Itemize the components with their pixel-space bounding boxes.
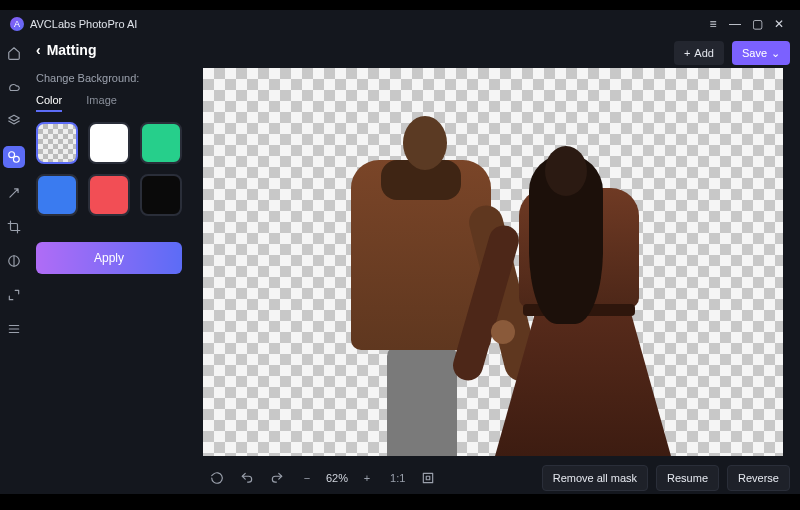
swatch-blue[interactable] bbox=[36, 174, 78, 216]
tab-image[interactable]: Image bbox=[86, 94, 117, 112]
back-icon[interactable]: ‹ bbox=[36, 42, 41, 58]
rail-settings-icon[interactable] bbox=[5, 320, 23, 338]
rail-scale-icon[interactable] bbox=[5, 286, 23, 304]
cutout-subject bbox=[313, 96, 673, 456]
svg-point-0 bbox=[9, 152, 15, 158]
subject-hands bbox=[491, 320, 515, 344]
content-topbar: + Add Save ⌄ bbox=[196, 38, 800, 68]
rail-home-icon[interactable] bbox=[5, 44, 23, 62]
svg-point-1 bbox=[13, 156, 19, 162]
save-label: Save bbox=[742, 47, 767, 59]
remove-mask-button[interactable]: Remove all mask bbox=[542, 465, 648, 491]
zoom-value: 62% bbox=[326, 472, 348, 484]
app-title: AVCLabs PhotoPro AI bbox=[30, 18, 137, 30]
swatch-black[interactable] bbox=[140, 174, 182, 216]
app-logo-icon: A bbox=[10, 17, 24, 31]
color-swatches bbox=[36, 122, 182, 216]
redo-icon[interactable] bbox=[266, 467, 288, 489]
fit-screen-icon[interactable] bbox=[417, 467, 439, 489]
undo-icon[interactable] bbox=[236, 467, 258, 489]
title-bar: A AVCLabs PhotoPro AI ≡ ― ▢ ✕ bbox=[0, 10, 800, 38]
tool-rail bbox=[0, 38, 28, 494]
ratio-button[interactable]: 1:1 bbox=[386, 467, 409, 489]
swatch-transparent[interactable] bbox=[36, 122, 78, 164]
svg-rect-6 bbox=[424, 473, 433, 482]
rail-layers-icon[interactable] bbox=[5, 112, 23, 130]
chevron-down-icon: ⌄ bbox=[771, 47, 780, 60]
subject-person-left bbox=[325, 116, 495, 456]
bg-tabs: Color Image bbox=[36, 94, 182, 112]
save-button[interactable]: Save ⌄ bbox=[732, 41, 790, 65]
main-body: ‹ Matting Change Background: Color Image… bbox=[0, 38, 800, 494]
content-area: + Add Save ⌄ bbox=[196, 38, 800, 494]
bottom-toolbar: − 62% + 1:1 Remove all mask Resume Rever… bbox=[196, 462, 800, 494]
close-icon[interactable]: ✕ bbox=[768, 13, 790, 35]
swatch-red[interactable] bbox=[88, 174, 130, 216]
rail-crop-icon[interactable] bbox=[5, 218, 23, 236]
refresh-icon[interactable] bbox=[206, 467, 228, 489]
rail-adjust-icon[interactable] bbox=[5, 252, 23, 270]
plus-icon: + bbox=[684, 47, 690, 59]
swatch-white[interactable] bbox=[88, 122, 130, 164]
tab-color[interactable]: Color bbox=[36, 94, 62, 112]
side-panel: ‹ Matting Change Background: Color Image… bbox=[28, 38, 196, 494]
resume-button[interactable]: Resume bbox=[656, 465, 719, 491]
canvas-wrap bbox=[196, 68, 800, 462]
reverse-button[interactable]: Reverse bbox=[727, 465, 790, 491]
zoom-in-icon[interactable]: + bbox=[356, 467, 378, 489]
swatch-green[interactable] bbox=[140, 122, 182, 164]
rail-matting-icon[interactable] bbox=[3, 146, 25, 168]
image-canvas[interactable] bbox=[203, 68, 783, 456]
subject-person-right bbox=[489, 146, 669, 456]
rail-cloud-icon[interactable] bbox=[5, 78, 23, 96]
panel-title: Matting bbox=[47, 42, 97, 58]
change-background-label: Change Background: bbox=[36, 72, 182, 84]
svg-rect-7 bbox=[427, 476, 431, 480]
add-label: Add bbox=[694, 47, 714, 59]
rail-magic-icon[interactable] bbox=[5, 184, 23, 202]
panel-header: ‹ Matting bbox=[36, 42, 182, 58]
apply-button[interactable]: Apply bbox=[36, 242, 182, 274]
menu-icon[interactable]: ≡ bbox=[702, 13, 724, 35]
app-window: A AVCLabs PhotoPro AI ≡ ― ▢ ✕ ‹ Matting … bbox=[0, 10, 800, 494]
minimize-icon[interactable]: ― bbox=[724, 13, 746, 35]
maximize-icon[interactable]: ▢ bbox=[746, 13, 768, 35]
zoom-out-icon[interactable]: − bbox=[296, 467, 318, 489]
add-button[interactable]: + Add bbox=[674, 41, 724, 65]
